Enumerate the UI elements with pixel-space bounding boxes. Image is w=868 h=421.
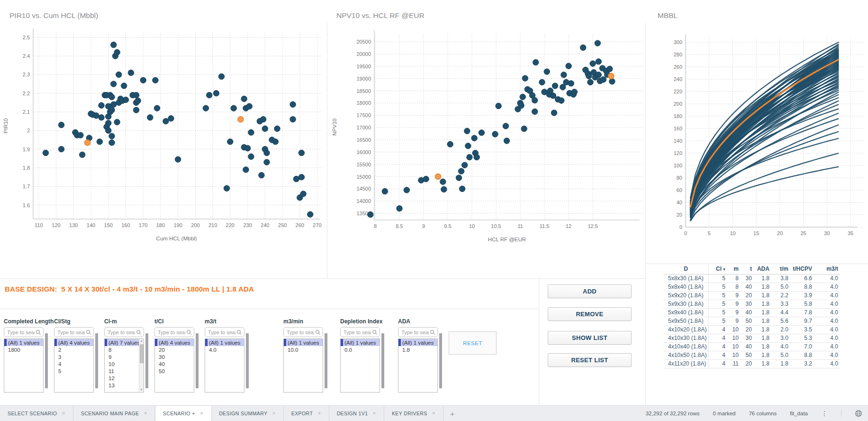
filter-list-item[interactable]: 13 xyxy=(105,382,144,389)
close-icon[interactable]: × xyxy=(200,410,203,417)
column-header-t-m[interactable]: t/m xyxy=(771,265,790,275)
table-row[interactable]: 5x9x40 (1.8A)59401.84.47.84.0 xyxy=(663,309,840,317)
vertical-dots-icon[interactable]: ⋮ xyxy=(821,410,828,417)
column-header-m3-t[interactable]: m3/t xyxy=(814,265,840,275)
filter-list-item[interactable]: 3 xyxy=(54,353,93,360)
table-row[interactable]: 4x10x50 (1.8A)410501.85.08.84.0 xyxy=(663,351,840,360)
listbox-scroll-strip[interactable] xyxy=(325,333,327,388)
column-header-ada[interactable]: ADA xyxy=(754,265,771,275)
column-header-d[interactable]: D xyxy=(663,265,709,275)
filter-list-item[interactable]: 4.0 xyxy=(205,346,244,353)
filter-listbox[interactable]: (All) 4 values20304050 xyxy=(154,339,194,393)
design-table[interactable]: DCl ▾mtADAt/mt/HCPVm3/t5x8x30 (1.8A)5830… xyxy=(663,265,840,368)
add-button[interactable]: ADD xyxy=(548,284,632,298)
close-icon[interactable]: × xyxy=(372,410,376,417)
filter-search-input[interactable] xyxy=(401,329,429,335)
filter-list-item[interactable]: 50 xyxy=(155,367,194,375)
listbox-scroll-strip[interactable] xyxy=(439,333,442,388)
filter-list-item[interactable]: 5 xyxy=(54,367,93,375)
table-row[interactable]: 4x10x20 (1.8A)410201.82.03.54.0 xyxy=(663,326,840,334)
scroll-up-icon[interactable]: ▲ xyxy=(140,339,143,343)
list-scrollbar[interactable]: ▲▼ xyxy=(139,339,144,392)
filter-list-item[interactable]: 1800 xyxy=(4,346,43,353)
filter-listbox[interactable]: (All) 4 values2345 xyxy=(54,339,94,393)
close-icon[interactable]: × xyxy=(317,410,321,417)
filter-listbox[interactable]: (All) 1 values1800 xyxy=(4,339,44,393)
column-header-t-hcpv[interactable]: t/HCPV xyxy=(790,265,814,275)
tab-scenario-main-page[interactable]: SCENARIO MAIN PAGE× xyxy=(73,406,155,421)
filter-listbox[interactable]: (All) 1 values1.8 xyxy=(398,339,438,393)
filter-list-item[interactable]: 30 xyxy=(155,353,194,360)
mbbl-curves-chart[interactable]: 0510152025303502040608010012014016018020… xyxy=(645,0,868,265)
column-header-cl[interactable]: Cl ▾ xyxy=(709,265,727,275)
filter-list-all-row[interactable]: (All) 1 values xyxy=(284,339,323,346)
filter-listbox[interactable]: (All) 1 values4.0 xyxy=(205,339,244,393)
filter-search-input[interactable] xyxy=(57,329,85,335)
filter-list-item[interactable]: 0.0 xyxy=(341,346,380,353)
globe-icon[interactable] xyxy=(855,410,862,417)
table-row[interactable]: 4x11x20 (1.8A)411201.81.83.24.0 xyxy=(663,360,840,368)
filter-listbox[interactable]: (All) 7 values8910111213▲▼ xyxy=(104,339,144,393)
listbox-scroll-strip[interactable] xyxy=(95,333,98,388)
npv10-vs-hclrf-scatter-chart[interactable]: 88.599.51010.51111.51212.513500140001450… xyxy=(327,0,645,257)
filter-search-input[interactable] xyxy=(287,329,314,335)
listbox-scroll-strip[interactable] xyxy=(145,333,148,388)
listbox-scroll-strip[interactable] xyxy=(381,333,384,388)
filter-listbox[interactable]: (All) 1 values0.0 xyxy=(340,339,380,393)
listbox-scroll-strip[interactable] xyxy=(45,333,48,388)
filter-list-item[interactable]: 10 xyxy=(105,360,144,367)
close-icon[interactable]: × xyxy=(432,410,435,417)
tab-design-summary[interactable]: DESIGN SUMMARY× xyxy=(211,406,284,421)
filter-list-item[interactable]: 10.0 xyxy=(284,346,323,353)
column-header-m[interactable]: m xyxy=(727,265,741,275)
filter-list-all-row[interactable]: (All) 4 values xyxy=(155,339,194,346)
new-tab-button[interactable]: + xyxy=(443,406,461,421)
table-row[interactable]: 5x8x30 (1.8A)58301.83.86.64.0 xyxy=(663,275,840,283)
filter-list-item[interactable]: 2 xyxy=(54,346,93,353)
tab-select-scenario[interactable]: SELECT SCENARIO× xyxy=(0,406,73,421)
filter-search-input[interactable] xyxy=(344,329,371,335)
reset-button[interactable]: RESET xyxy=(449,331,497,355)
table-row[interactable]: 4x10x40 (1.8A)410401.84.07.04.0 xyxy=(663,343,840,351)
show-list-button[interactable]: SHOW LIST xyxy=(548,331,632,345)
filter-list-item[interactable]: 11 xyxy=(105,367,144,375)
filter-list-item[interactable]: 12 xyxy=(105,375,144,382)
close-icon[interactable]: × xyxy=(62,410,65,417)
listbox-scroll-strip[interactable] xyxy=(196,333,199,388)
scroll-thumb[interactable] xyxy=(140,344,144,363)
table-row[interactable]: 5x8x40 (1.8A)58401.85.08.84.0 xyxy=(663,283,840,292)
filter-list-item[interactable]: 9 xyxy=(105,353,144,360)
filter-list-all-row[interactable]: (All) 1 values xyxy=(4,339,43,346)
table-row[interactable]: 4x10x30 (1.8A)410301.83.05.34.0 xyxy=(663,334,840,343)
filter-search-input[interactable] xyxy=(158,329,185,335)
scroll-down-icon[interactable]: ▼ xyxy=(140,388,143,392)
column-header-t[interactable]: t xyxy=(741,265,754,275)
filter-search-input[interactable] xyxy=(108,329,135,335)
filter-list-item[interactable]: 20 xyxy=(155,346,194,353)
tab-design-1v1[interactable]: DESIGN 1V1× xyxy=(329,406,384,421)
tab-key-drivers[interactable]: KEY DRIVERS× xyxy=(384,406,443,421)
reset-list-button[interactable]: RESET LIST xyxy=(548,353,632,367)
close-icon[interactable]: × xyxy=(272,410,275,417)
listbox-scroll-strip[interactable] xyxy=(246,333,249,388)
filter-search-input[interactable] xyxy=(208,329,235,335)
filter-listbox[interactable]: (All) 1 values10.0 xyxy=(283,339,323,393)
tab-export[interactable]: EXPORT× xyxy=(284,406,329,421)
table-row[interactable]: 5x9x20 (1.8A)59201.82.23.94.0 xyxy=(663,292,840,300)
filter-list-all-row[interactable]: (All) 1 values xyxy=(205,339,244,346)
filter-list-item[interactable]: 40 xyxy=(155,360,194,367)
filter-list-item[interactable]: 8 xyxy=(105,346,144,353)
filter-search-input[interactable] xyxy=(7,329,35,335)
remove-button[interactable]: REMOVE xyxy=(548,307,632,321)
pir10-vs-cumhcl-scatter-chart[interactable]: 1101201301401501601701801902002102202302… xyxy=(0,0,327,257)
filter-list-all-row[interactable]: (All) 7 values xyxy=(105,339,144,346)
filter-list-item[interactable]: 4 xyxy=(54,360,93,367)
table-row[interactable]: 5x9x30 (1.8A)59301.83.35.84.0 xyxy=(663,300,840,309)
table-row[interactable]: 5x9x50 (1.8A)59501.85.69.74.0 xyxy=(663,317,840,326)
filter-list-all-row[interactable]: (All) 1 values xyxy=(398,339,437,346)
filter-list-item[interactable]: 1.8 xyxy=(398,346,437,353)
filter-list-all-row[interactable]: (All) 4 values xyxy=(54,339,93,346)
filter-list-all-row[interactable]: (All) 1 values xyxy=(341,339,380,346)
close-icon[interactable]: × xyxy=(144,410,147,417)
tab-scenario[interactable]: SCENARIO +× xyxy=(155,406,211,421)
